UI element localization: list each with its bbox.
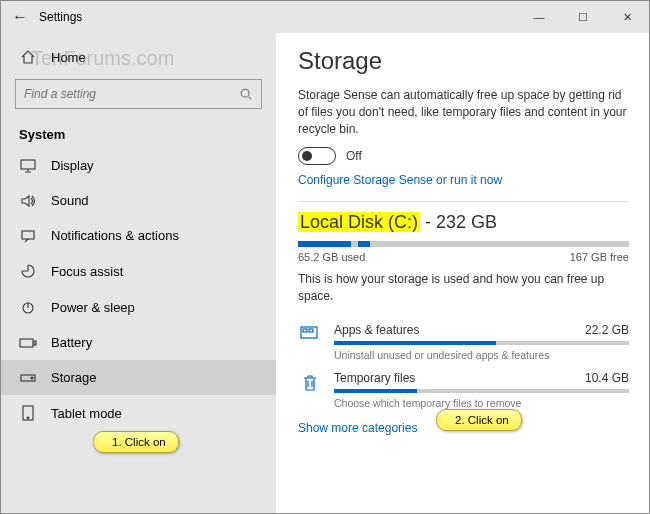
search-box[interactable] — [15, 79, 262, 109]
sidebar-item-focus[interactable]: Focus assist — [1, 253, 276, 289]
storage-sense-toggle[interactable]: Off — [298, 147, 629, 165]
storage-icon — [19, 372, 37, 384]
sidebar-item-sound[interactable]: Sound — [1, 183, 276, 218]
usage-temp[interactable]: Temporary files 10.4 GB Choose which tem… — [298, 363, 629, 411]
page-title: Storage — [298, 47, 629, 75]
annotation-1: 1. Click on — [93, 431, 179, 453]
configure-link[interactable]: Configure Storage Sense or run it now — [298, 173, 629, 187]
search-icon — [239, 87, 253, 101]
nav-label: Notifications & actions — [51, 228, 179, 243]
disk-usage-bar — [298, 241, 629, 247]
usage-apps[interactable]: Apps & features 22.2 GB Uninstall unused… — [298, 315, 629, 363]
nav-label: Storage — [51, 370, 97, 385]
search-input[interactable] — [24, 87, 239, 101]
power-icon — [19, 299, 37, 315]
home-icon — [19, 49, 37, 65]
minimize-button[interactable]: — — [517, 1, 561, 33]
svg-point-0 — [241, 89, 249, 97]
notifications-icon — [19, 229, 37, 243]
disk-name: Local Disk (C:) — [298, 212, 420, 232]
svg-point-7 — [31, 377, 33, 379]
disk-bar-labels: 65.2 GB used 167 GB free — [298, 251, 629, 263]
back-button[interactable]: ← — [1, 8, 39, 26]
focus-icon — [19, 263, 37, 279]
nav-label: Sound — [51, 193, 89, 208]
toggle-switch[interactable] — [298, 147, 336, 165]
trash-icon — [298, 371, 322, 393]
disk-free: 167 GB free — [570, 251, 629, 263]
svg-rect-5 — [34, 341, 36, 345]
sidebar-item-battery[interactable]: Battery — [1, 325, 276, 360]
svg-rect-4 — [20, 339, 33, 347]
svg-rect-1 — [21, 160, 35, 169]
disk-used: 65.2 GB used — [298, 251, 365, 263]
svg-rect-12 — [309, 329, 313, 332]
nav-label: Tablet mode — [51, 406, 122, 421]
usage-sub: Uninstall unused or undesired apps & fea… — [334, 349, 629, 361]
sidebar-item-tablet[interactable]: Tablet mode — [1, 395, 276, 431]
sidebar-category: System — [1, 119, 276, 148]
battery-icon — [19, 337, 37, 349]
usage-size: 22.2 GB — [585, 323, 629, 337]
home-label: Home — [51, 50, 86, 65]
nav-label: Focus assist — [51, 264, 123, 279]
usage-explain: This is how your storage is used and how… — [298, 271, 629, 305]
nav-label: Power & sleep — [51, 300, 135, 315]
disk-total: 232 GB — [436, 212, 497, 232]
sidebar-item-notifications[interactable]: Notifications & actions — [1, 218, 276, 253]
sidebar-item-display[interactable]: Display — [1, 148, 276, 183]
annotation-2: 2. Click on — [436, 409, 522, 431]
usage-name: Apps & features — [334, 323, 419, 337]
usage-size: 10.4 GB — [585, 371, 629, 385]
usage-sub: Choose which temporary files to remove — [334, 397, 629, 409]
divider — [298, 201, 629, 202]
sidebar-item-storage[interactable]: Storage — [1, 360, 276, 395]
disk-heading: Local Disk (C:) - 232 GB — [298, 212, 629, 233]
sidebar-item-power[interactable]: Power & sleep — [1, 289, 276, 325]
svg-rect-2 — [22, 231, 34, 239]
maximize-button[interactable]: ☐ — [561, 1, 605, 33]
close-button[interactable]: ✕ — [605, 1, 649, 33]
tablet-icon — [19, 405, 37, 421]
nav-label: Battery — [51, 335, 92, 350]
toggle-state: Off — [346, 149, 362, 163]
display-icon — [19, 159, 37, 173]
nav-label: Display — [51, 158, 94, 173]
sound-icon — [19, 194, 37, 208]
window-title: Settings — [39, 10, 517, 24]
apps-icon — [298, 323, 322, 341]
storage-sense-desc: Storage Sense can automatically free up … — [298, 87, 629, 137]
usage-name: Temporary files — [334, 371, 415, 385]
svg-rect-11 — [303, 329, 307, 332]
sidebar-home[interactable]: Home — [1, 41, 276, 73]
main-panel: Storage Storage Sense can automatically … — [276, 33, 649, 513]
svg-point-9 — [27, 417, 29, 419]
